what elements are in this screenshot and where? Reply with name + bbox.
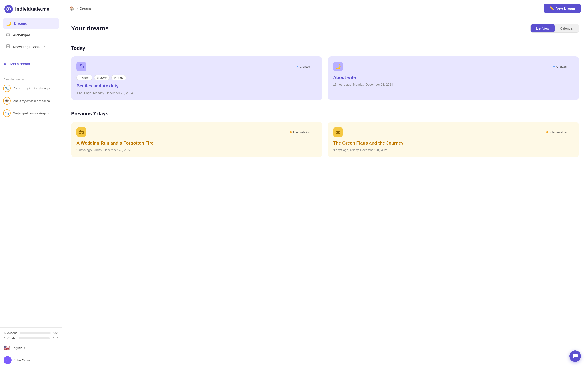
card-status-4: Interpretation: [546, 130, 567, 134]
chevron-down-icon: ▾: [24, 346, 25, 349]
add-dream-label: Add a dream: [10, 62, 30, 66]
svg-marker-3: [7, 34, 9, 36]
status-label: Created: [300, 65, 310, 68]
card-icon-4: [333, 127, 343, 137]
ai-chats-row: AI Chats 0/10: [4, 337, 58, 340]
svg-rect-9: [82, 66, 84, 68]
sidebar-bottom: AI Actions 0/50 AI Chats 0/10 🇺🇸 English…: [0, 328, 62, 369]
card-more-menu-3[interactable]: ⋮: [313, 130, 317, 135]
sidebar-item-label: Archetypes: [13, 33, 31, 37]
language-label: English: [11, 346, 22, 350]
dream-card-1[interactable]: Created ⋮ Trickster Shadow Animus Beetle…: [71, 56, 322, 100]
user-profile[interactable]: J John Crow: [4, 355, 58, 365]
card-top-2: 🌙 Created ⋮: [333, 62, 574, 71]
dream-date-4: 3 days ago, Friday, December 20, 2024: [333, 148, 574, 152]
card-status-2: Created: [553, 65, 567, 68]
main-content: 🏠 > Dreams ✏️ New Dream Your dreams List…: [62, 0, 588, 369]
dream-title-2: About wife: [333, 75, 574, 80]
new-dream-label: New Dream: [556, 6, 575, 10]
favorite-label: About my emotions at school: [13, 99, 51, 103]
sidebar-item-knowledge-base[interactable]: Knowledge Base ↗: [3, 41, 59, 52]
favorite-label: Dream to get to the place yo...: [13, 87, 52, 90]
divider: [4, 56, 58, 56]
ai-chats-progress-bg: [19, 338, 50, 339]
prev-dream-grid: Interpretation ⋮ A Wedding Run and a For…: [71, 122, 579, 157]
section-divider-1: [71, 39, 579, 39]
favorite-item-3[interactable]: 🐾 We jumped down a steep m...: [0, 107, 62, 119]
user-name: John Crow: [14, 358, 30, 362]
card-top: Created ⋮: [76, 62, 317, 71]
section-today: Today: [71, 45, 579, 51]
favorite-item-2[interactable]: 👁️ About my emotions at school: [0, 95, 62, 107]
dream-card-3[interactable]: Interpretation ⋮ A Wedding Run and a For…: [71, 122, 322, 157]
favorites-title: Favorite dreams: [0, 76, 62, 82]
ai-actions-progress-bg: [20, 332, 51, 334]
favorite-item-1[interactable]: 🔧 Dream to get to the place yo...: [0, 82, 62, 94]
status-label: Created: [556, 65, 567, 68]
breadcrumb: 🏠 > Dreams: [69, 6, 91, 11]
dream-card-2[interactable]: 🌙 Created ⋮ About wife 15 hours ago, Mon…: [328, 56, 579, 100]
card-more-menu-2[interactable]: ⋮: [570, 64, 574, 69]
sidebar-item-label: Dreams: [14, 21, 27, 26]
tag: Trickster: [76, 75, 93, 80]
page-content: Your dreams List View Calendar Today: [62, 17, 588, 175]
dream-date-1: 1 hour ago, Monday, December 23, 2024: [76, 91, 317, 95]
archetypes-icon: [6, 32, 10, 38]
view-tabs: List View Calendar: [530, 24, 579, 33]
sidebar-item-archetypes[interactable]: Archetypes: [3, 30, 59, 41]
card-top-3: Interpretation ⋮: [76, 127, 317, 137]
logo[interactable]: individuate.me: [0, 0, 62, 18]
avatar: J: [4, 356, 11, 364]
dream-title-3: A Wedding Run and a Forgotten Fire: [76, 140, 317, 146]
book-icon: [6, 44, 10, 50]
pencil-icon: ✏️: [550, 6, 554, 10]
ai-chats-label: AI Chats: [4, 337, 16, 340]
status-dot: [546, 131, 548, 133]
tab-list-view[interactable]: List View: [531, 24, 555, 32]
dream-card-4[interactable]: Interpretation ⋮ The Green Flags and the…: [328, 122, 579, 157]
ai-actions-label: AI Actions: [4, 331, 17, 335]
svg-rect-14: [336, 132, 337, 133]
today-dream-grid: Created ⋮ Trickster Shadow Animus Beetle…: [71, 56, 579, 100]
language-selector[interactable]: 🇺🇸 English ▾: [4, 343, 58, 353]
page-title: Your dreams: [71, 25, 109, 32]
breadcrumb-current: Dreams: [80, 6, 92, 10]
status-label: Interpretation: [293, 130, 310, 134]
card-icon-3: [76, 127, 86, 137]
svg-rect-8: [79, 66, 81, 68]
tag: Animus: [111, 75, 126, 80]
svg-marker-2: [6, 33, 10, 36]
chat-fab[interactable]: [569, 350, 581, 362]
ai-chats-value: 0/10: [53, 337, 58, 340]
sidebar-item-dreams[interactable]: 🌙 Dreams: [3, 18, 59, 29]
svg-rect-11: [79, 132, 81, 133]
dream-title-1: Beetles and Anxiety: [76, 83, 317, 89]
logo-icon: [4, 5, 13, 13]
moon-icon: 🌙: [6, 21, 11, 26]
ai-stats: AI Actions 0/50 AI Chats 0/10: [4, 331, 58, 340]
card-more-menu-4[interactable]: ⋮: [570, 130, 574, 135]
ai-actions-row: AI Actions 0/50: [4, 331, 58, 335]
paw-icon: 🐾: [3, 110, 11, 117]
card-icon-2: 🌙: [333, 62, 343, 71]
new-dream-button[interactable]: ✏️ New Dream: [544, 4, 581, 13]
status-dot: [553, 66, 555, 68]
page-header: Your dreams List View Calendar: [71, 24, 579, 33]
card-tags-1: Trickster Shadow Animus: [76, 75, 317, 80]
tag: Shadow: [94, 75, 110, 80]
svg-rect-12: [82, 132, 84, 133]
wrench-icon: 🔧: [3, 85, 11, 92]
sidebar-nav: 🌙 Dreams Archetypes Knowledge B: [0, 18, 62, 53]
svg-rect-15: [338, 132, 340, 133]
flag-icon: 🇺🇸: [4, 345, 10, 351]
tab-calendar[interactable]: Calendar: [555, 24, 579, 32]
section-prev: Previous 7 days: [71, 111, 579, 117]
logo-text: individuate.me: [15, 6, 49, 12]
ai-actions-value: 0/50: [53, 331, 58, 335]
card-more-menu-1[interactable]: ⋮: [313, 64, 317, 69]
home-icon[interactable]: 🏠: [69, 6, 74, 11]
svg-rect-16: [337, 130, 339, 132]
sidebar-item-label: Knowledge Base: [13, 45, 40, 49]
add-dream-button[interactable]: ✦ Add a dream: [0, 59, 62, 70]
plus-icon: ✦: [3, 61, 7, 67]
